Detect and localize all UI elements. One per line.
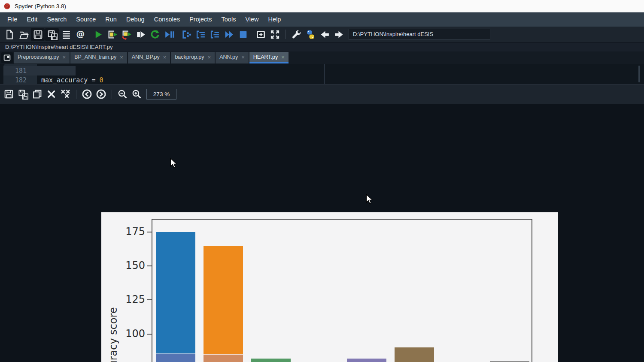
continue-button[interactable] bbox=[222, 28, 236, 41]
run-cell-button[interactable] bbox=[105, 28, 119, 41]
title-bar: Spyder (Python 3.8) bbox=[0, 0, 644, 12]
preferences-icon bbox=[291, 29, 302, 40]
zoom-out-icon bbox=[117, 89, 128, 100]
fullscreen-button[interactable] bbox=[268, 28, 282, 41]
column-edge-line bbox=[324, 64, 325, 84]
plot-zoom-level-input[interactable]: 273 % bbox=[146, 89, 176, 100]
run-button[interactable] bbox=[91, 28, 105, 41]
step-return-button[interactable] bbox=[208, 28, 222, 41]
save-all-plots-button[interactable] bbox=[16, 87, 30, 101]
open-file-button[interactable] bbox=[17, 28, 30, 41]
remove-plot-icon bbox=[46, 89, 57, 100]
run-selection-button[interactable] bbox=[134, 28, 147, 41]
spyder-logo-icon bbox=[3, 3, 11, 10]
step-into-icon bbox=[195, 29, 206, 40]
previous-plot-icon bbox=[82, 89, 92, 100]
python-logo-icon bbox=[305, 29, 316, 40]
step-over-icon bbox=[181, 29, 192, 40]
menu-search[interactable]: Search bbox=[42, 12, 71, 27]
line-number: 181 bbox=[3, 66, 27, 75]
menu-run[interactable]: Run bbox=[100, 12, 122, 27]
save-all-button[interactable] bbox=[45, 28, 59, 41]
stop-button[interactable] bbox=[236, 28, 250, 41]
tab-close-icon[interactable]: × bbox=[241, 54, 245, 60]
editor-scrollbar[interactable] bbox=[638, 66, 640, 82]
preferences-button[interactable] bbox=[289, 28, 303, 41]
forward-button[interactable] bbox=[332, 28, 346, 41]
back-button[interactable] bbox=[318, 28, 331, 41]
zoom-in-icon bbox=[131, 89, 142, 100]
run-selection-icon bbox=[135, 29, 146, 40]
tab-preprocessing-py[interactable]: Preprocessing.py× bbox=[14, 52, 70, 63]
y-tick-mark bbox=[147, 334, 152, 335]
menu-file[interactable]: File bbox=[3, 12, 22, 27]
step-into-button[interactable] bbox=[194, 28, 207, 41]
menu-bar: FileEditSearchSourceRunDebugConsolesProj… bbox=[0, 12, 644, 27]
zoom-out-button[interactable] bbox=[115, 87, 129, 101]
debug-file-button[interactable] bbox=[162, 28, 176, 41]
zoom-in-button[interactable] bbox=[130, 87, 143, 101]
bar-3 bbox=[251, 359, 291, 362]
window-title: Spyder (Python 3.8) bbox=[15, 3, 66, 9]
tab-label: Preprocessing.py bbox=[18, 54, 59, 60]
next-plot-button[interactable] bbox=[94, 87, 108, 101]
menu-consoles[interactable]: Consoles bbox=[149, 12, 185, 27]
menu-help[interactable]: Help bbox=[264, 12, 286, 27]
menu-view[interactable]: View bbox=[240, 12, 263, 27]
remove-plot-button[interactable] bbox=[44, 87, 58, 101]
maximize-pane-button[interactable] bbox=[254, 28, 267, 41]
save-plot-icon bbox=[3, 89, 14, 100]
tab-close-icon[interactable]: × bbox=[163, 54, 167, 60]
tab-close-icon[interactable]: × bbox=[208, 54, 211, 60]
tab-heart-py[interactable]: HEART.py× bbox=[249, 52, 289, 63]
save-icon bbox=[33, 29, 43, 40]
browse-tabs-icon bbox=[3, 54, 11, 62]
menu-source[interactable]: Source bbox=[71, 12, 100, 27]
right-spine bbox=[532, 219, 532, 362]
previous-plot-button[interactable] bbox=[80, 87, 94, 101]
rerun-cell-button[interactable] bbox=[148, 28, 161, 41]
copy-plot-button[interactable] bbox=[30, 87, 44, 101]
menu-tools[interactable]: Tools bbox=[217, 12, 241, 27]
working-directory-input[interactable]: D:\PYTHON\Inspire\heart dESIS bbox=[349, 29, 490, 40]
find-symbols-button[interactable]: @ bbox=[73, 28, 87, 41]
code-text: max_accuracy = 0 bbox=[41, 75, 103, 85]
tab-label: BP_ANN_train.py bbox=[74, 54, 116, 60]
outline-button[interactable] bbox=[59, 28, 73, 41]
tab-close-icon[interactable]: × bbox=[120, 54, 123, 60]
bar-base-2 bbox=[204, 246, 243, 362]
rerun-cell-icon bbox=[149, 29, 160, 40]
top-spine bbox=[152, 219, 532, 220]
menu-edit[interactable]: Edit bbox=[22, 12, 42, 27]
y-tick-label: 150 bbox=[115, 259, 145, 272]
code-editor[interactable]: 181182max_accuracy = 0 bbox=[0, 64, 644, 84]
save-button[interactable] bbox=[31, 28, 45, 41]
tab-ann-bp-py[interactable]: ANN_BP.py× bbox=[128, 52, 170, 63]
copy-plot-icon bbox=[32, 89, 43, 100]
remove-all-plots-icon bbox=[60, 89, 71, 100]
matplotlib-figure: Accuracy score 175150125100755025 bbox=[101, 212, 558, 362]
tab-ann-py[interactable]: ANN.py× bbox=[216, 52, 249, 63]
tab-close-icon[interactable]: × bbox=[281, 54, 285, 60]
menu-projects[interactable]: Projects bbox=[185, 12, 216, 27]
browse-tabs-button[interactable] bbox=[1, 52, 13, 63]
plots-toolbar: 273 % bbox=[0, 84, 644, 104]
run-cell-advance-button[interactable] bbox=[119, 28, 133, 41]
step-over-button[interactable] bbox=[179, 28, 193, 41]
tab-backprop-py[interactable]: backprop.py× bbox=[171, 52, 215, 63]
python-logo-button[interactable] bbox=[304, 28, 317, 41]
toolbar-separator bbox=[286, 30, 286, 39]
tab-label: HEART.py bbox=[253, 54, 278, 60]
continue-icon bbox=[224, 29, 234, 40]
menu-debug[interactable]: Debug bbox=[122, 12, 149, 27]
step-return-icon bbox=[210, 29, 220, 40]
tab-bp-ann-train-py[interactable]: BP_ANN_train.py× bbox=[70, 52, 127, 63]
new-file-button[interactable] bbox=[3, 28, 16, 41]
remove-all-plots-button[interactable] bbox=[58, 87, 72, 101]
tab-close-icon[interactable]: × bbox=[63, 54, 66, 60]
line-number: 182 bbox=[3, 75, 27, 85]
y-tick-label: 125 bbox=[115, 293, 145, 305]
save-plot-button[interactable] bbox=[2, 87, 15, 101]
editor-tab-bar: Preprocessing.py×BP_ANN_train.py×ANN_BP.… bbox=[0, 51, 644, 64]
run-cell-icon bbox=[107, 29, 118, 40]
